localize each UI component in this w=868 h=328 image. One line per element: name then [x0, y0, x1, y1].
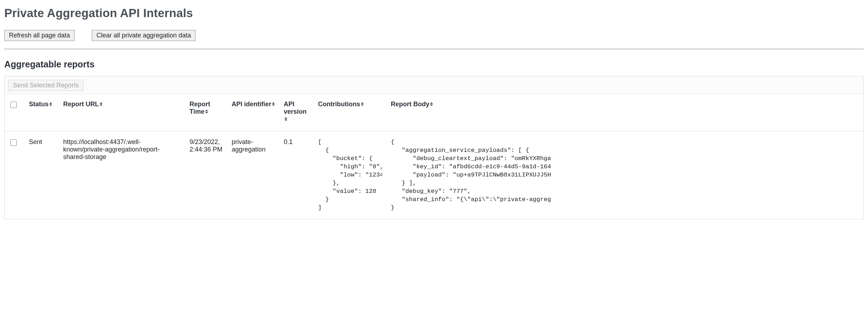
column-label: Status: [29, 101, 49, 108]
cell-report-url: https://localhost:4437/.well-known/priva…: [59, 131, 185, 219]
column-label: Report URL: [63, 101, 99, 108]
page-title: Private Aggregation API Internals: [4, 6, 864, 20]
column-header-report-time[interactable]: Report Time: [185, 94, 227, 131]
column-header-status[interactable]: Status: [25, 94, 59, 131]
column-header-api-version[interactable]: API version: [279, 94, 314, 131]
cell-report-time: 9/23/2022, 2:44:36 PM: [185, 131, 227, 219]
sort-icon: [49, 102, 52, 107]
sort-icon: [205, 110, 208, 114]
column-header-api-identifier[interactable]: API identifier: [227, 94, 279, 131]
cell-api-version: 0.1: [279, 131, 314, 219]
cell-api-identifier: private-aggregation: [227, 131, 279, 219]
sort-icon: [361, 102, 364, 107]
refresh-button[interactable]: Refresh all page data: [4, 30, 75, 41]
column-label: API identifier: [232, 101, 271, 108]
send-selected-button[interactable]: Send Selected Reports: [8, 80, 84, 91]
sort-icon: [100, 102, 102, 107]
table-header-row: Status Report URL Report Time API identi…: [5, 94, 863, 131]
select-all-header: [5, 94, 25, 131]
sort-icon: [284, 117, 287, 122]
contributions-pre: [ { "bucket": { "high": "0", "low": "123…: [318, 138, 382, 212]
section-title: Aggregatable reports: [4, 59, 864, 70]
column-header-report-url[interactable]: Report URL: [59, 94, 185, 131]
cell-contributions: [ { "bucket": { "high": "0", "low": "123…: [314, 131, 387, 219]
reports-table: Status Report URL Report Time API identi…: [5, 94, 863, 219]
column-label: Report Body: [391, 101, 429, 108]
column-header-report-body[interactable]: Report Body: [387, 94, 863, 131]
cell-report-body: { "aggregation_service_payloads": [ { "d…: [387, 131, 863, 219]
column-label: Contributions: [318, 101, 360, 108]
row-checkbox[interactable]: [10, 139, 17, 146]
sort-icon: [430, 102, 433, 107]
column-label: API version: [284, 101, 307, 115]
sort-icon: [272, 102, 275, 107]
report-body-pre: { "aggregation_service_payloads": [ { "d…: [391, 138, 859, 212]
reports-panel: Send Selected Reports Status Report URL: [4, 76, 864, 219]
top-toolbar: Refresh all page data Clear all private …: [4, 30, 864, 41]
divider: [4, 49, 864, 49]
cell-status: Sent: [25, 131, 59, 219]
column-header-contributions[interactable]: Contributions: [314, 94, 387, 131]
clear-button[interactable]: Clear all private aggregation data: [92, 30, 196, 41]
select-all-checkbox[interactable]: [10, 102, 17, 108]
table-row: Sent https://localhost:4437/.well-known/…: [5, 131, 863, 219]
